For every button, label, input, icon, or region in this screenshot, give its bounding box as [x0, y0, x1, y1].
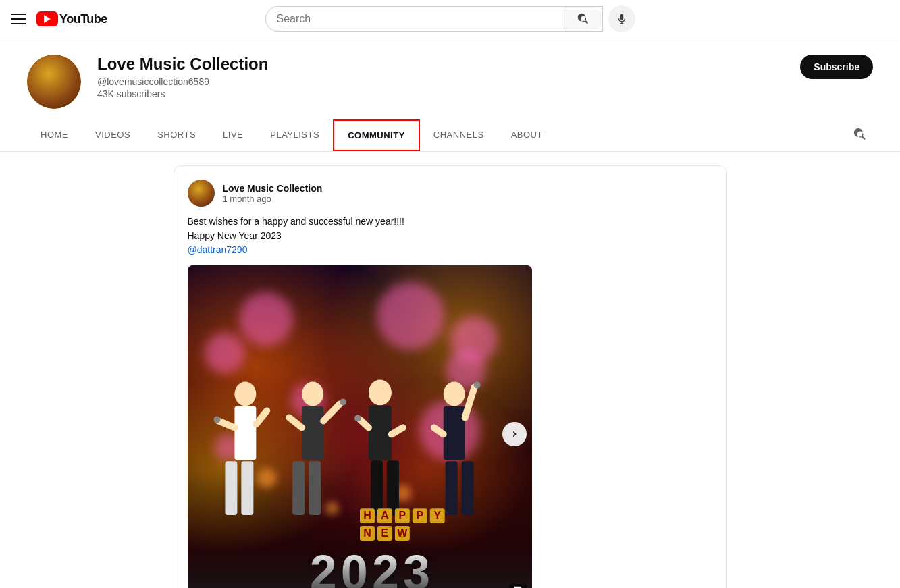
svg-text:H: H [363, 510, 371, 521]
svg-line-11 [289, 417, 302, 427]
svg-rect-16 [370, 460, 382, 516]
svg-text:P: P [398, 510, 406, 521]
svg-rect-22 [443, 406, 465, 460]
svg-text:A: A [381, 510, 389, 521]
search-input[interactable] [266, 7, 564, 30]
svg-rect-24 [461, 461, 473, 515]
svg-line-12 [323, 404, 340, 421]
stage-floor [188, 549, 532, 588]
tab-about[interactable]: ABOUT [498, 120, 556, 151]
svg-line-26 [433, 427, 443, 434]
svg-rect-1 [234, 406, 256, 460]
tab-playlists[interactable]: PLAYLISTS [257, 120, 333, 151]
svg-point-0 [234, 382, 256, 406]
main-content: Love Music Collection 1 month ago Best w… [147, 152, 754, 588]
youtube-logo-text: YouTube [59, 12, 107, 26]
image-indicator [509, 584, 527, 588]
mic-icon [616, 13, 628, 25]
svg-text:Y: Y [433, 510, 441, 521]
svg-line-19 [391, 427, 402, 434]
channel-header: Love Music Collection @lovemusiccollecti… [0, 38, 900, 109]
search-bar-container [265, 6, 603, 32]
post-image-container: H A P P Y N [188, 265, 532, 588]
voice-search-button[interactable] [608, 5, 635, 32]
svg-rect-10 [309, 461, 321, 515]
avatar-image [27, 55, 81, 109]
svg-point-14 [368, 380, 391, 406]
tab-videos[interactable]: VIDEOS [82, 120, 144, 151]
svg-rect-9 [292, 461, 305, 515]
post-author-avatar [188, 180, 215, 207]
svg-rect-23 [445, 461, 457, 515]
svg-line-4 [218, 421, 234, 427]
channel-name: Love Music Collection [97, 55, 873, 74]
svg-point-27 [473, 382, 480, 389]
svg-rect-15 [368, 405, 391, 460]
post-body: Best wishes for a happy and successful n… [188, 215, 713, 257]
youtube-logo-icon [36, 11, 58, 26]
search-icon [577, 12, 590, 26]
svg-point-13 [340, 398, 346, 405]
tab-live[interactable]: LIVE [209, 120, 257, 151]
search-button[interactable] [564, 7, 602, 31]
channel-avatar [27, 55, 81, 109]
channel-handle[interactable]: @lovemusiccollection6589 [97, 76, 873, 87]
post-text-line2: Happy New Year 2023 [188, 229, 713, 243]
svg-point-7 [302, 382, 323, 406]
performer-3 [354, 380, 403, 516]
post-header: Love Music Collection 1 month ago [188, 180, 713, 207]
post-meta: Love Music Collection 1 month ago [223, 183, 323, 204]
svg-point-20 [354, 415, 361, 421]
svg-line-18 [360, 419, 369, 427]
post-mention[interactable]: @dattran7290 [188, 243, 713, 257]
hamburger-menu[interactable] [11, 14, 26, 24]
performer-2 [289, 382, 346, 516]
svg-line-5 [256, 410, 267, 424]
post-text-line1: Best wishes for a happy and successful n… [188, 215, 713, 229]
post-author-name[interactable]: Love Music Collection [223, 183, 323, 194]
search-area [146, 5, 754, 32]
svg-text:N: N [363, 527, 371, 539]
svg-point-6 [213, 416, 220, 423]
hny-blocks: H A P P Y N [360, 508, 445, 541]
topbar: YouTube [0, 0, 900, 38]
channel-nav: HOME VIDEOS SHORTS LIVE PLAYLISTS COMMUN… [0, 119, 900, 152]
svg-rect-2 [225, 461, 237, 515]
svg-point-21 [443, 382, 465, 406]
bokeh-3 [377, 282, 444, 350]
performer-4 [433, 382, 480, 516]
channel-subscribers: 43K subscribers [97, 88, 873, 99]
svg-line-25 [465, 387, 474, 418]
performers-svg: H A P P Y N [205, 346, 514, 549]
tab-home[interactable]: HOME [27, 120, 82, 151]
performer-1 [213, 382, 267, 516]
svg-rect-8 [302, 406, 323, 460]
post-card: Love Music Collection 1 month ago Best w… [174, 165, 727, 588]
chevron-right-icon [509, 429, 520, 439]
next-image-button[interactable] [502, 422, 527, 446]
tab-channels[interactable]: CHANNELS [420, 120, 498, 151]
svg-text:E: E [381, 527, 388, 539]
channel-search-icon[interactable] [847, 122, 873, 149]
tab-community[interactable]: COMMUNITY [333, 119, 420, 151]
subscribe-button[interactable]: Subscribe [800, 55, 873, 79]
svg-text:W: W [397, 527, 408, 539]
post-image: H A P P Y N [188, 265, 532, 588]
topbar-left: YouTube [11, 11, 146, 26]
channel-info: Love Music Collection @lovemusiccollecti… [97, 55, 873, 99]
image-icon [513, 585, 523, 588]
stage-visual: H A P P Y N [188, 265, 532, 588]
svg-rect-17 [386, 460, 398, 516]
bokeh-1 [239, 292, 293, 346]
svg-text:P: P [416, 510, 423, 521]
post-timestamp: 1 month ago [223, 194, 323, 204]
youtube-logo[interactable]: YouTube [36, 11, 107, 26]
svg-rect-3 [241, 461, 253, 515]
tab-shorts[interactable]: SHORTS [144, 120, 209, 151]
